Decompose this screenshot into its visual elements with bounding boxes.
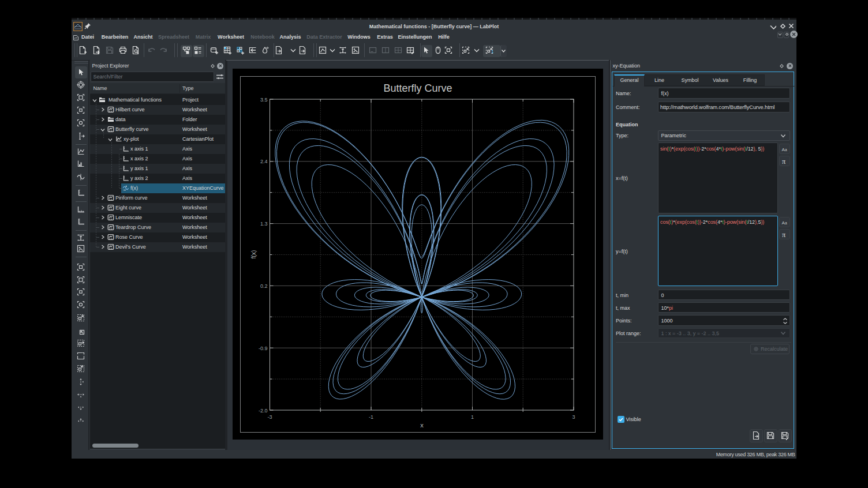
svg-text:a: a [785,147,787,151]
svg-text:f(x): f(x) [250,250,257,258]
svg-text:-0.9: -0.9 [259,346,268,351]
svg-text:-3: -3 [267,414,272,420]
svg-text:a: a [785,220,787,224]
svg-text:π: π [782,157,785,165]
svg-text:2.4: 2.4 [260,159,268,164]
svg-text:1: 1 [471,414,474,420]
svg-text:x: x [420,422,424,429]
svg-text:3: 3 [572,414,575,420]
svg-text:1.3: 1.3 [260,221,268,227]
svg-text:π: π [782,231,785,238]
svg-text:Butterfly Curve: Butterfly Curve [383,82,452,94]
svg-text:0.2: 0.2 [260,283,268,289]
svg-text:3.5: 3.5 [260,97,268,103]
svg-text:-2.0: -2.0 [259,408,268,414]
svg-text:1: 1 [491,49,494,54]
svg-text:-1: -1 [369,414,373,420]
